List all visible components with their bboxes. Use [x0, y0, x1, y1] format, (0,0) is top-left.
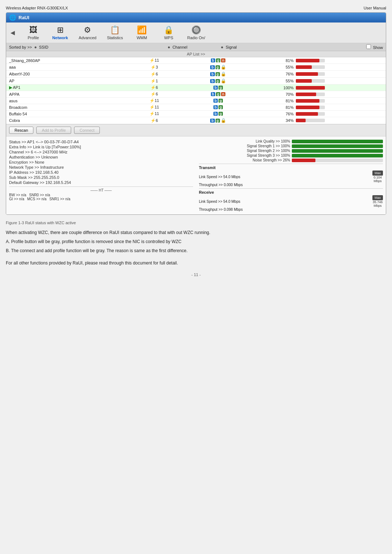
nav-label-wmm: WMM [136, 36, 147, 40]
rescan-button[interactable]: Rescan [9, 127, 33, 134]
ap-table-row[interactable]: ▶ AP1⚡6bg100% [6, 85, 386, 91]
ap-signal-bar [294, 79, 383, 83]
quality-row: Noise Strength >> 26% [199, 158, 383, 162]
quality-row: Signal Strength 1 >> 100% [199, 144, 383, 148]
ap-table-row[interactable]: _Shiang_2860AP⚡11bgn81% [6, 57, 386, 64]
wmm-icon: 📶 [137, 25, 147, 35]
receive-link-speed: Link Speed >> 54.0 Mbps [199, 200, 370, 204]
receive-throughput-row: Throughput >> 0.098 Mbps [199, 208, 383, 212]
body-text-line: For all other functions provided by RaUI… [6, 260, 386, 267]
nav-item-statistics[interactable]: 📋 Statistics [102, 24, 128, 41]
nav-item-wmm[interactable]: 📶 WMM [129, 24, 155, 41]
nav-bar: ◄ 🖼 Profile ⊞ Network ⚙ Advanced 📋 Stati… [6, 22, 386, 43]
sort-label: Sorted by >> [9, 45, 32, 49]
ap-signal-bar [294, 72, 383, 76]
signal-bar-outer [296, 106, 325, 109]
profile-icon: 🖼 [29, 25, 37, 35]
connect-button[interactable]: Connect [74, 127, 100, 134]
nav-item-advanced[interactable]: ⚙ Advanced [74, 24, 101, 41]
channel-icon: ⚡ [151, 92, 156, 96]
quality-bar-inner [292, 159, 315, 162]
quality-label: Link Quality >> 100% [199, 139, 290, 143]
status-panel: Status >> AP1 <--> 00-03-7F-00-D7-A4Extr… [6, 136, 386, 214]
receive-section: Receive Link Speed >> 54.0 Mbps Max 35.7… [199, 188, 383, 212]
receive-title: Receive [199, 190, 383, 194]
type-badge-n: n [221, 92, 225, 96]
ap-signal-pct: 81% [253, 58, 294, 63]
type-badge-g: g [219, 112, 223, 116]
quality-label: Signal Strength 3 >> 100% [199, 153, 290, 157]
ap-type: bg🔒 [183, 71, 253, 77]
lock-icon: 🔒 [221, 71, 226, 77]
type-badge-b: b [210, 79, 215, 83]
ap-table-row[interactable]: aaa⚡3bg🔒55% [6, 64, 386, 71]
ap-signal-bar [294, 86, 383, 90]
sorted-by-label: Sorted by >> ● SSID [9, 45, 134, 50]
signal-col-header: Signal [226, 45, 237, 49]
show-col-header: Show [373, 45, 383, 50]
ap-signal-pct: 55% [253, 65, 294, 69]
ap-table-row[interactable]: AlbertY-200⚡6bg🔒76% [6, 71, 386, 78]
sort-circle-ssid[interactable]: ● [34, 45, 37, 50]
raui-titlebar: 🌐 RaUI [6, 13, 386, 22]
ap-table-row[interactable]: AP⚡1bg🔒55% [6, 78, 386, 85]
nav-item-network[interactable]: ⊞ Network [48, 24, 73, 41]
type-badge-b: b [213, 105, 218, 109]
figure-caption: Figure 1-3 RaUI status with WZC active [6, 221, 386, 225]
quality-bar-inner [292, 144, 383, 148]
signal-bar-inner [296, 99, 319, 103]
nav-back-button[interactable]: ◄ [9, 29, 16, 37]
wps-icon: 🔒 [164, 25, 173, 35]
nav-item-radio[interactable]: 🔘 Radio On/ [183, 24, 210, 41]
doc-title-bold: Wireless Adapter [6, 6, 36, 10]
sort-circle-signal[interactable]: ● [221, 45, 223, 50]
body-text-line: B. The connect and add profile function … [6, 247, 386, 254]
max-value: 0.104 Mbps [372, 176, 383, 183]
ht-label: —— HT —— [9, 188, 193, 192]
status-line: IP Address >> 192.168.5.40 [9, 170, 193, 175]
ap-table-row[interactable]: Buffalo 54⚡11bg76% [6, 111, 386, 117]
ap-table-row[interactable]: Cobra⚡6bg🔒34% [6, 117, 386, 124]
type-badge-b: b [210, 119, 215, 123]
signal-bar-outer [296, 119, 325, 122]
type-badge-g: g [219, 86, 223, 90]
type-badge-g: g [216, 58, 220, 62]
signal-bar-inner [296, 112, 318, 116]
raui-window: 🌐 RaUI ◄ 🖼 Profile ⊞ Network ⚙ Advanced … [6, 12, 386, 215]
nav-item-profile[interactable]: 🖼 Profile [21, 24, 46, 41]
status-line: Sub Mask >> 255.255.255.0 [9, 175, 193, 180]
quality-row: Signal Strength 3 >> 100% [199, 153, 383, 157]
status-line: Authentication >> Unknown [9, 155, 193, 160]
show-checkbox[interactable] [366, 44, 371, 49]
ap-type: bg [183, 105, 253, 109]
ap-table-row[interactable]: APPA⚡6bgn70% [6, 91, 386, 98]
ap-table-row[interactable]: asus⚡11bg81% [6, 98, 386, 104]
nav-label-profile: Profile [28, 36, 39, 40]
signal-bar-outer [296, 99, 325, 103]
page-header-left: Wireless Adapter RNX-G300EX/LX [6, 6, 68, 10]
ht-section: —— HT ——BW >> n/aSNR0 >> n/aGI >> n/aMCS… [9, 186, 193, 201]
ap-table-row[interactable]: Broadcom⚡11bg81% [6, 104, 386, 111]
signal-bar-outer [296, 72, 325, 76]
add-to-profile-button[interactable]: Add to Profile [36, 127, 71, 134]
channel-col-header-wrap: ● Channel [140, 45, 215, 50]
type-badge-b: b [213, 112, 218, 116]
quality-label: Signal Strength 1 >> 100% [199, 144, 290, 148]
ap-signal-pct: 76% [253, 112, 294, 116]
channel-icon: ⚡ [150, 98, 155, 103]
lock-icon: 🔒 [221, 78, 226, 83]
channel-icon: ⚡ [150, 58, 155, 62]
signal-bar-outer [296, 86, 325, 90]
signal-bar-outer [296, 59, 325, 62]
status-line: Status >> AP1 <--> 00-03-7F-00-D7-A4 [9, 139, 193, 144]
ap-type: bg🔒 [183, 65, 253, 70]
signal-bar-outer [296, 65, 325, 69]
ap-signal-bar [294, 65, 383, 69]
sort-circle-channel[interactable]: ● [168, 45, 170, 50]
channel-icon: ⚡ [151, 72, 156, 76]
ap-channel: ⚡6 [125, 118, 183, 123]
transmit-row: Link Speed >> 54.0 Mbps Max 0.104 Mbps [199, 171, 383, 183]
ap-channel: ⚡11 [125, 105, 183, 110]
nav-item-wps[interactable]: 🔒 WPS [156, 24, 181, 41]
ap-signal-pct: 100% [253, 86, 294, 90]
